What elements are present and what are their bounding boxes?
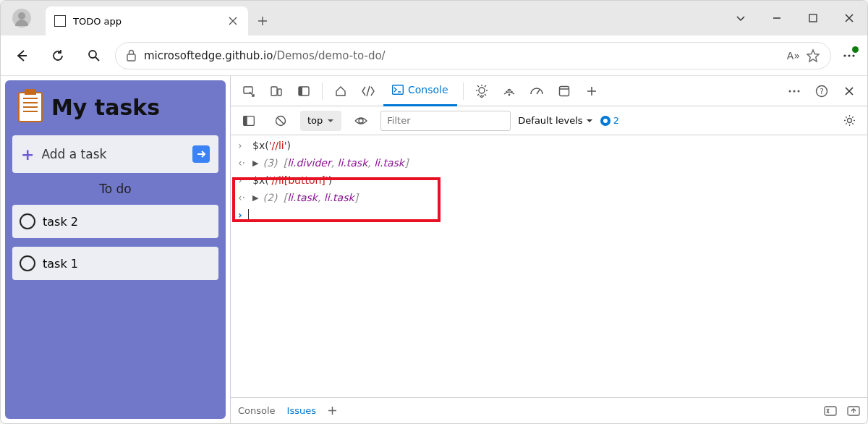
- console-toolbar: top Default levels 2: [231, 106, 867, 135]
- console-output-row[interactable]: ‹· ▶ (3) [li.divider, li.task, li.task]: [235, 154, 863, 171]
- tab-close-button[interactable]: [226, 14, 239, 27]
- task-item[interactable]: task 2: [12, 205, 218, 238]
- issues-count: 2: [613, 115, 619, 126]
- task-item[interactable]: task 1: [12, 247, 218, 280]
- performance-tab-icon[interactable]: [524, 80, 549, 103]
- console-icon: [392, 85, 404, 95]
- devtools-tab-bar: Console ?: [231, 76, 867, 106]
- add-task-button[interactable]: + Add a task: [12, 135, 218, 173]
- log-levels-selector[interactable]: Default levels: [518, 115, 592, 126]
- page-favicon: [54, 15, 66, 27]
- result-text: (2) [li.task, li.task]: [263, 192, 358, 203]
- url-text: microsoftedge.github.io/Demos/demo-to-do…: [144, 49, 386, 62]
- console-prompt-row[interactable]: ›: [235, 206, 863, 224]
- device-toggle-icon[interactable]: [264, 80, 289, 103]
- prompt-chevron-icon: ›: [238, 209, 242, 221]
- svg-point-1: [89, 51, 96, 58]
- svg-rect-14: [559, 86, 569, 96]
- back-button[interactable]: [7, 41, 37, 70]
- devtools-close-icon[interactable]: [837, 80, 861, 103]
- app-header: My tasks: [12, 88, 218, 127]
- context-selector[interactable]: top: [300, 111, 341, 131]
- console-filter-input[interactable]: [380, 111, 511, 131]
- console-output[interactable]: › $x('//li') ‹· ▶ (3) [li.divider, li.ta…: [231, 135, 867, 397]
- levels-label: Default levels: [518, 115, 582, 126]
- favorite-star-icon[interactable]: [806, 48, 820, 63]
- avatar-icon: [12, 9, 31, 27]
- console-output-row[interactable]: ‹· ▶ (2) [li.task, li.task]: [235, 189, 863, 206]
- issues-dot-icon: [600, 116, 610, 126]
- text-cursor: [248, 209, 249, 221]
- welcome-tab-icon[interactable]: [328, 80, 353, 103]
- plus-icon: +: [21, 145, 34, 164]
- dock-side-icon[interactable]: [292, 80, 316, 103]
- submit-arrow-icon[interactable]: [192, 145, 210, 163]
- svg-rect-25: [825, 407, 836, 415]
- settings-menu-button[interactable]: [837, 42, 861, 69]
- sidebar-toggle-icon[interactable]: [237, 109, 261, 132]
- svg-point-17: [798, 90, 800, 92]
- svg-rect-7: [271, 87, 277, 96]
- sources-tab-icon[interactable]: [469, 80, 494, 103]
- maximize-button[interactable]: [795, 4, 831, 33]
- update-badge-icon: [852, 46, 859, 53]
- drawer-issues-tab[interactable]: Issues: [287, 405, 316, 416]
- svg-point-13: [508, 93, 510, 96]
- svg-rect-6: [244, 87, 252, 93]
- window-close-button[interactable]: [831, 4, 867, 33]
- profile-button[interactable]: [8, 1, 35, 35]
- drawer-expand-icon[interactable]: [847, 406, 860, 416]
- svg-text:?: ?: [820, 87, 824, 96]
- svg-rect-21: [244, 116, 247, 125]
- content-area: My tasks + Add a task To do task 2 task …: [1, 76, 867, 423]
- chevron-down-icon[interactable]: [723, 4, 759, 33]
- browser-toolbar: microsoftedge.github.io/Demos/demo-to-do…: [1, 35, 867, 76]
- more-tabs-plus-icon[interactable]: [579, 80, 604, 103]
- task-label: task 1: [43, 257, 78, 271]
- svg-point-3: [843, 54, 846, 56]
- input-chevron-icon: ›: [238, 174, 248, 186]
- output-chevron-icon: ‹·: [238, 157, 248, 169]
- output-chevron-icon: ‹·: [238, 192, 248, 203]
- page-title: My tasks: [51, 95, 160, 120]
- add-task-label: Add a task: [41, 147, 106, 161]
- devtools-pane: Console ? top Default levels: [230, 76, 867, 423]
- drawer-errors-icon[interactable]: [824, 406, 837, 416]
- expand-triangle-icon[interactable]: ▶: [252, 193, 258, 203]
- result-text: (3) [li.divider, li.task, li.task]: [263, 157, 408, 169]
- todo-app-pane: My tasks + Add a task To do task 2 task …: [5, 80, 226, 419]
- devtools-more-icon[interactable]: [782, 80, 807, 103]
- input-chevron-icon: ›: [238, 140, 248, 151]
- drawer-console-tab[interactable]: Console: [238, 405, 276, 416]
- minimize-button[interactable]: [759, 4, 795, 33]
- help-icon[interactable]: ?: [809, 80, 834, 103]
- console-tab-label: Console: [408, 84, 448, 96]
- window-controls: [723, 1, 867, 35]
- inspect-element-icon[interactable]: [237, 80, 261, 103]
- clear-console-icon[interactable]: [268, 109, 293, 132]
- task-complete-checkbox[interactable]: [20, 213, 35, 229]
- search-button[interactable]: [79, 41, 109, 70]
- task-label: task 2: [43, 215, 78, 229]
- console-settings-icon[interactable]: [837, 109, 861, 132]
- read-aloud-icon[interactable]: A»: [787, 50, 800, 62]
- new-tab-button[interactable]: [248, 7, 277, 35]
- issues-indicator[interactable]: 2: [600, 115, 619, 126]
- expand-triangle-icon[interactable]: ▶: [252, 158, 258, 168]
- address-bar[interactable]: microsoftedge.github.io/Demos/demo-to-do…: [115, 42, 831, 69]
- drawer-add-tab-icon[interactable]: [328, 406, 337, 415]
- section-heading: To do: [12, 182, 218, 196]
- context-label: top: [307, 115, 323, 126]
- console-tab[interactable]: Console: [383, 76, 457, 106]
- code-text: $x('//li[button]'): [252, 174, 332, 186]
- titlebar: TODO app: [1, 1, 867, 35]
- lock-icon: [126, 49, 137, 62]
- elements-tab-icon[interactable]: [356, 80, 380, 103]
- refresh-button[interactable]: [43, 41, 73, 70]
- browser-tab[interactable]: TODO app: [46, 7, 248, 35]
- live-expression-icon[interactable]: [349, 109, 373, 132]
- network-tab-icon[interactable]: [497, 80, 522, 103]
- task-complete-checkbox[interactable]: [20, 255, 35, 271]
- application-tab-icon[interactable]: [552, 80, 576, 103]
- tab-title: TODO app: [73, 16, 219, 27]
